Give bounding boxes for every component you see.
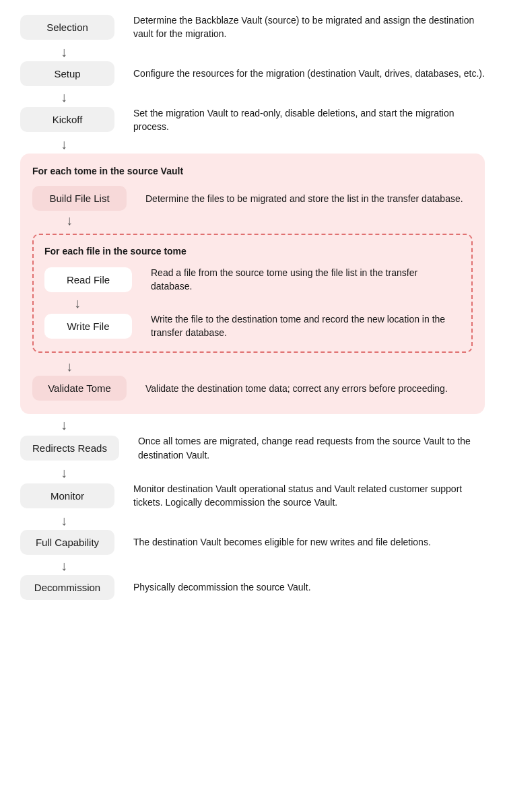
validate-tome-label: Validate Tome bbox=[48, 382, 111, 394]
setup-desc: Configure the resources for the migratio… bbox=[133, 67, 485, 80]
setup-row: Setup Configure the resources for the mi… bbox=[20, 61, 485, 86]
write-file-box: Write File bbox=[44, 314, 132, 339]
build-file-list-label: Build File List bbox=[49, 193, 109, 204]
arrow-4: ↓ bbox=[66, 213, 473, 227]
selection-label: Selection bbox=[46, 22, 88, 33]
read-file-label: Read File bbox=[67, 274, 110, 285]
monitor-desc: Monitor destination Vault operational st… bbox=[133, 482, 485, 510]
redirects-reads-box: Redirects Reads bbox=[20, 436, 119, 461]
arrow-10: ↓ bbox=[61, 559, 67, 572]
full-capability-row: Full Capability The destination Vault be… bbox=[20, 530, 485, 555]
outer-loop-box: For each tome in the source Vault Build … bbox=[20, 154, 485, 414]
validate-tome-box: Validate Tome bbox=[32, 376, 127, 401]
monitor-box: Monitor bbox=[20, 483, 114, 508]
inner-loop-label: For each file in the source tome bbox=[44, 246, 461, 257]
selection-row: Selection Determine the Backblaze Vault … bbox=[20, 13, 485, 41]
arrow-1: ↓ bbox=[61, 45, 67, 59]
redirects-reads-label: Redirects Reads bbox=[32, 442, 107, 454]
decommission-desc: Physically decommission the source Vault… bbox=[133, 580, 485, 594]
read-file-row: Read File Read a file from the source to… bbox=[44, 266, 461, 294]
write-file-desc: Write the file to the destination tome a… bbox=[151, 312, 461, 340]
read-file-box: Read File bbox=[44, 267, 132, 292]
arrow-3: ↓ bbox=[61, 137, 67, 151]
setup-box: Setup bbox=[20, 61, 114, 86]
arrow-9: ↓ bbox=[61, 514, 67, 527]
decommission-box: Decommission bbox=[20, 575, 114, 600]
decommission-label: Decommission bbox=[34, 582, 100, 593]
kickoff-row: Kickoff Set the migration Vault to read-… bbox=[20, 106, 485, 134]
arrow-7: ↓ bbox=[61, 418, 67, 432]
write-file-row: Write File Write the file to the destina… bbox=[44, 312, 461, 340]
read-file-desc: Read a file from the source tome using t… bbox=[151, 266, 461, 294]
validate-tome-desc: Validate the destination tome data; corr… bbox=[145, 382, 473, 395]
flow-container: Selection Determine the Backblaze Vault … bbox=[20, 13, 485, 601]
full-capability-label: Full Capability bbox=[36, 537, 99, 548]
outer-loop-label: For each tome in the source Vault bbox=[32, 166, 473, 176]
arrow-8: ↓ bbox=[61, 466, 67, 479]
decommission-row: Decommission Physically decommission the… bbox=[20, 575, 485, 600]
build-file-list-desc: Determine the files to be migrated and s… bbox=[145, 192, 473, 205]
full-capability-desc: The destination Vault becomes eligible f… bbox=[133, 535, 485, 549]
arrow-5: ↓ bbox=[74, 296, 461, 310]
arrow-6: ↓ bbox=[66, 360, 473, 373]
kickoff-desc: Set the migration Vault to read-only, di… bbox=[133, 106, 485, 134]
kickoff-box: Kickoff bbox=[20, 107, 114, 132]
monitor-label: Monitor bbox=[50, 490, 84, 502]
build-file-list-box: Build File List bbox=[32, 186, 127, 211]
kickoff-label: Kickoff bbox=[53, 114, 83, 125]
setup-label: Setup bbox=[54, 68, 80, 79]
arrow-2: ↓ bbox=[61, 90, 67, 104]
build-file-list-row: Build File List Determine the files to b… bbox=[32, 186, 473, 211]
selection-box: Selection bbox=[20, 15, 114, 40]
redirects-reads-row: Redirects Reads Once all tomes are migra… bbox=[20, 434, 485, 462]
inner-loop-box: For each file in the source tome Read Fi… bbox=[32, 234, 473, 353]
selection-desc: Determine the Backblaze Vault (source) t… bbox=[133, 13, 485, 41]
validate-tome-row: Validate Tome Validate the destination t… bbox=[32, 376, 473, 401]
redirects-reads-desc: Once all tomes are migrated, change read… bbox=[138, 434, 485, 462]
full-capability-box: Full Capability bbox=[20, 530, 114, 555]
monitor-row: Monitor Monitor destination Vault operat… bbox=[20, 482, 485, 510]
write-file-label: Write File bbox=[67, 320, 109, 332]
